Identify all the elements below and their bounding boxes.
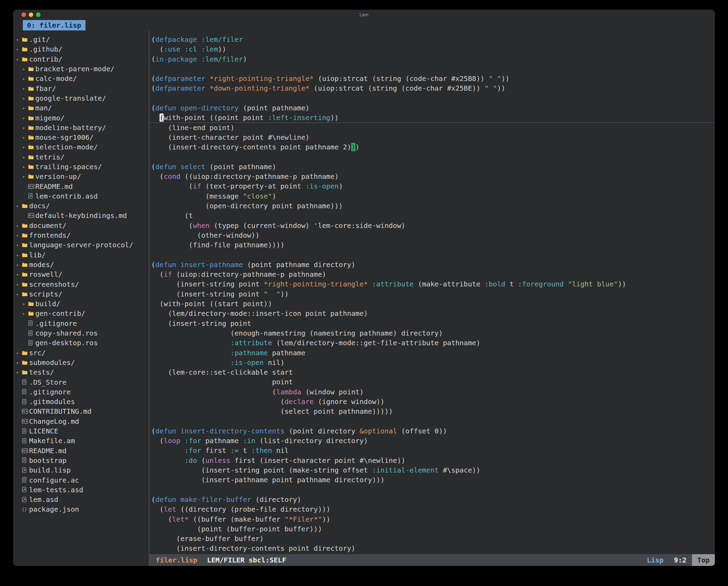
code-line[interactable] (151, 250, 715, 260)
file-tree[interactable]: ▸.git/▸.github/▸contrib/▸bracket-paren-m… (13, 30, 149, 566)
code-line[interactable]: (insert-pathname point pathname director… (151, 475, 715, 485)
code-line[interactable]: (insert-directory-contents point pathnam… (151, 142, 715, 152)
code-line[interactable] (151, 152, 715, 162)
code-line[interactable]: (lem-core::set-clickable start (151, 367, 715, 377)
code-line[interactable]: (erase-buffer buffer) (151, 534, 715, 543)
code-line[interactable]: (message "close") (151, 191, 715, 201)
tree-item-dir[interactable]: ▸build/ (13, 299, 149, 309)
tree-item-dir[interactable]: ▸lib/ (13, 250, 149, 260)
tree-item-file[interactable]: LICENCE (13, 426, 149, 436)
tree-item-dir[interactable]: ▸man/ (13, 103, 149, 113)
code-line[interactable]: :for first := t :then nil (151, 446, 715, 455)
code-line[interactable]: (open-directory point pathname))) (151, 201, 715, 211)
tree-item-dir[interactable]: ▸frontends/ (13, 230, 149, 240)
code-line[interactable]: (defun select (point pathname) (151, 162, 715, 172)
code-line[interactable]: (declare (ignore window)) (151, 397, 715, 406)
tree-item-dir[interactable]: ▸version-up/ (13, 172, 149, 181)
tree-item-dir[interactable]: ▸modes/ (13, 260, 149, 269)
close-button[interactable] (21, 12, 26, 17)
code-line[interactable]: (with-point ((point point :left-insertin… (151, 113, 715, 122)
tree-item-file[interactable]: .DS_Store (13, 377, 149, 387)
code-line[interactable]: (:use :cl :lem)) (151, 44, 715, 54)
code-line[interactable]: (cond ((uiop:directory-pathname-p pathna… (151, 172, 715, 181)
tree-item-dir[interactable]: ▸roswell/ (13, 269, 149, 279)
code-line[interactable]: (if (uiop:directory-pathname-p pathname) (151, 269, 715, 279)
tree-item-dir[interactable]: ▸calc-mode/ (13, 74, 149, 83)
tree-item-file[interactable]: CONTRIBUTING.md (13, 406, 149, 416)
tree-item-file[interactable]: default-keybindings.md (13, 211, 149, 220)
code-line[interactable]: (lem/directory-mode::insert-icon point p… (151, 309, 715, 318)
tree-item-dir[interactable]: ▸.git/ (13, 35, 149, 44)
code-line[interactable]: (let ((directory (probe-file directory))… (151, 504, 715, 514)
code-line[interactable]: (insert-string point " ")) (151, 289, 715, 299)
code-line[interactable]: :do (unless first (insert-character poin… (151, 456, 715, 465)
code-line[interactable]: :attribute (lem/directory-mode::get-file… (151, 338, 715, 348)
tree-item-file[interactable]: configure.ac (13, 475, 149, 485)
code-line[interactable]: (lambda (window point) (151, 387, 715, 397)
tree-item-dir[interactable]: ▸language-server-protocol/ (13, 240, 149, 250)
code-line[interactable]: (with-point ((start point)) (151, 299, 715, 309)
tree-item-dir[interactable]: ▸fbar/ (13, 83, 149, 93)
tree-item-dir[interactable]: ▸google-translate/ (13, 93, 149, 103)
tree-item-file[interactable]: build.lisp (13, 465, 149, 475)
code-line[interactable]: (defun open-directory (point pathname) (151, 103, 715, 113)
tree-item-dir[interactable]: ▸migemo/ (13, 113, 149, 122)
tree-item-dir[interactable]: ▸submodules/ (13, 358, 149, 367)
code-line[interactable]: (loop :for pathname :in (list-directory … (151, 436, 715, 446)
code-line[interactable]: (insert-directory-contents point directo… (151, 543, 715, 553)
tree-item-dir[interactable]: ▸bracket-paren-mode/ (13, 64, 149, 74)
tab-filer-lisp[interactable]: 0: filer.lisp (23, 20, 85, 30)
tree-item-file[interactable]: ChangeLog.md (13, 416, 149, 426)
tree-item-file[interactable]: .gitignore (13, 387, 149, 397)
tree-item-file[interactable]: lem-tests.asd (13, 485, 149, 495)
tree-item-dir[interactable]: ▸contrib/ (13, 54, 149, 64)
tree-item-dir[interactable]: ▸mouse-sgr1006/ (13, 132, 149, 142)
code-line[interactable]: (defun make-filer-buffer (directory) (151, 495, 715, 504)
code-line[interactable]: (defparameter *right-pointing-triangle* … (151, 74, 715, 83)
tree-item-dir[interactable]: ▸tetris/ (13, 152, 149, 162)
code-line[interactable]: (insert-character point #\newline) (151, 132, 715, 142)
minimize-button[interactable] (29, 12, 33, 17)
tree-item-file[interactable]: README.md (13, 181, 149, 191)
code-line[interactable]: (defun insert-pathname (point pathname d… (151, 260, 715, 269)
tree-item-dir[interactable]: ▸src/ (13, 348, 149, 358)
code-line[interactable] (151, 64, 715, 74)
code-line[interactable]: (let* ((buffer (make-buffer "*Filer*")) (151, 514, 715, 524)
tree-item-dir[interactable]: ▸tests/ (13, 367, 149, 377)
code-line[interactable]: (select point pathname))))) (151, 406, 715, 416)
code-line[interactable]: (defun insert-directory-contents (point … (151, 426, 715, 436)
code-line[interactable]: (enough-namestring (namestring pathname)… (151, 328, 715, 338)
code-line[interactable]: (when (typep (current-window) 'lem-core:… (151, 221, 715, 230)
tree-item-dir[interactable]: ▸.github/ (13, 44, 149, 54)
code-line[interactable]: (other-window)) (151, 230, 715, 240)
code-line[interactable]: (line-end point) (151, 123, 715, 132)
tree-item-dir[interactable]: ▸scripts/ (13, 289, 149, 299)
tree-item-file[interactable]: copy-shared.ros (13, 328, 149, 338)
tree-item-dir[interactable]: ▸screenshots/ (13, 279, 149, 289)
tree-item-file[interactable]: .gitignore (13, 319, 149, 328)
code-line[interactable]: (insert-string point (151, 319, 715, 328)
code-line[interactable]: (defparameter *down-pointing-triangle* (… (151, 83, 715, 93)
code-area[interactable]: (defpackage :lem/filer (:use :cl :lem))(… (149, 30, 715, 553)
tree-item-file[interactable]: bootstrap (13, 456, 149, 465)
tree-item-dir[interactable]: ▸modeline-battery/ (13, 123, 149, 132)
code-line[interactable]: :pathname pathname (151, 348, 715, 358)
tree-item-dir[interactable]: ▸trailing-spaces/ (13, 162, 149, 172)
tree-item-file[interactable]: gen-desktop.ros (13, 338, 149, 348)
zoom-button[interactable] (36, 12, 40, 17)
tree-item-file[interactable]: lem-contrib.asd (13, 191, 149, 201)
code-line[interactable]: (if (text-property-at point :is-open) (151, 181, 715, 191)
code-line[interactable]: (insert-string point (make-string offset… (151, 465, 715, 475)
tree-item-file[interactable]: Makefile.am (13, 436, 149, 446)
code-line[interactable]: (in-package :lem/filer) (151, 54, 715, 64)
tree-item-dir[interactable]: ▸docs/ (13, 201, 149, 211)
tree-item-file[interactable]: .gitmodules (13, 397, 149, 406)
code-line[interactable]: (defpackage :lem/filer (151, 35, 715, 44)
tree-item-file[interactable]: lem.asd (13, 495, 149, 504)
tree-item-dir[interactable]: ▸document/ (13, 221, 149, 230)
code-line[interactable]: (t (151, 211, 715, 220)
code-line[interactable] (151, 485, 715, 495)
code-line[interactable] (151, 416, 715, 426)
tree-item-dir[interactable]: ▸selection-mode/ (13, 142, 149, 152)
code-line[interactable]: :is-open nil) (151, 358, 715, 367)
